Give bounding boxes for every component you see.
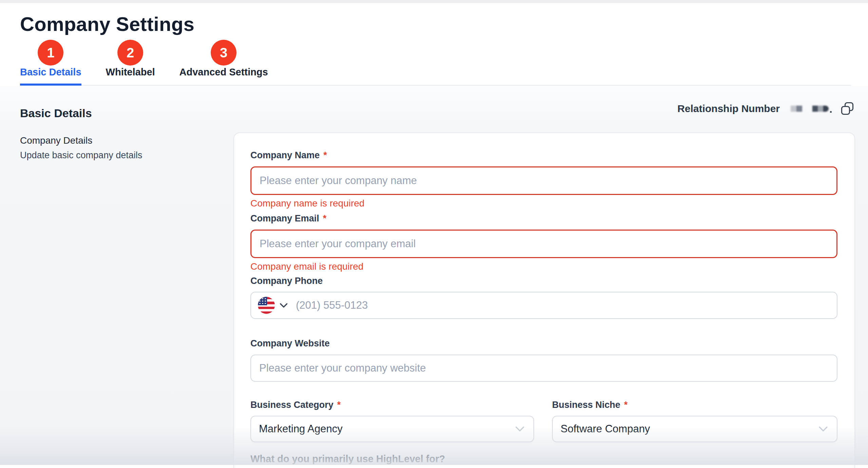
- tabs: 1 Basic Details 2 Whitelabel 3 Advanced …: [20, 40, 851, 85]
- redacted-period: [830, 111, 832, 113]
- tour-step-badge-1: 1: [38, 40, 63, 66]
- redacted-block: [791, 106, 802, 112]
- business-category-label: Business Category*: [250, 399, 534, 411]
- tour-step-badge-2: 2: [117, 40, 143, 66]
- business-niche-select[interactable]: Software Company: [552, 416, 837, 442]
- tab-advanced-settings[interactable]: 3 Advanced Settings: [180, 40, 268, 85]
- company-email-label: Company Email*: [250, 213, 837, 224]
- us-flag-icon[interactable]: [258, 297, 275, 314]
- country-chevron-down-icon[interactable]: [280, 303, 288, 308]
- chevron-down-icon: [818, 426, 828, 432]
- top-strip: [0, 0, 868, 3]
- business-niche-label: Business Niche*: [552, 399, 837, 411]
- relationship-number-row: Relationship Number: [677, 102, 854, 115]
- label-text: Company Email: [250, 213, 319, 223]
- business-niche-value: Software Company: [561, 423, 650, 435]
- tab-whitelabel[interactable]: 2 Whitelabel: [106, 40, 155, 85]
- card-section-subtitle: Update basic company details: [20, 150, 142, 161]
- chevron-down-icon: [515, 426, 525, 432]
- tab-basic-details[interactable]: 1 Basic Details: [20, 40, 81, 85]
- company-phone-label: Company Phone: [250, 275, 837, 287]
- section-heading: Basic Details: [20, 107, 92, 120]
- tour-step-badge-3: 3: [211, 40, 237, 66]
- tab-bar: 1 Basic Details 2 Whitelabel 3 Advanced …: [20, 40, 851, 86]
- tab-label: Whitelabel: [106, 66, 155, 78]
- redacted-block: [812, 106, 829, 112]
- company-website-label: Company Website: [250, 338, 837, 349]
- business-category-value: Marketing Agency: [259, 423, 342, 435]
- highlevel-usage-question: What do you primarily use HighLevel for?: [250, 453, 837, 465]
- company-name-error: Company name is required: [250, 198, 837, 209]
- relationship-number-label: Relationship Number: [677, 103, 780, 114]
- required-asterisk: *: [337, 400, 341, 410]
- company-email-input[interactable]: [250, 230, 837, 258]
- company-email-error: Company email is required: [250, 262, 837, 272]
- card-section-title: Company Details: [20, 135, 92, 146]
- copy-icon[interactable]: [841, 102, 854, 115]
- company-settings-screen: Company Settings 1 Basic Details 2 White…: [0, 0, 868, 468]
- header: Company Settings 1 Basic Details 2 White…: [0, 13, 868, 86]
- relationship-number-value-redacted: [791, 105, 832, 113]
- company-details-card: Company Name* Company name is required C…: [233, 132, 855, 468]
- company-website-input[interactable]: [250, 355, 837, 382]
- page-title: Company Settings: [20, 13, 868, 35]
- required-asterisk: *: [323, 213, 327, 223]
- tab-label: Advanced Settings: [180, 66, 268, 78]
- business-category-select[interactable]: Marketing Agency: [250, 416, 534, 442]
- label-text: Business Category: [250, 400, 334, 410]
- required-asterisk: *: [323, 150, 327, 160]
- content-area: Basic Details Relationship Number Compan…: [0, 86, 868, 465]
- company-phone-input[interactable]: [296, 292, 837, 318]
- required-asterisk: *: [624, 400, 628, 410]
- label-text: Business Niche: [552, 400, 620, 410]
- label-text: Company Name: [250, 150, 320, 160]
- tab-label: Basic Details: [20, 66, 81, 78]
- company-name-input[interactable]: [250, 166, 837, 195]
- company-name-label: Company Name*: [250, 149, 837, 161]
- company-phone-field: [250, 292, 837, 319]
